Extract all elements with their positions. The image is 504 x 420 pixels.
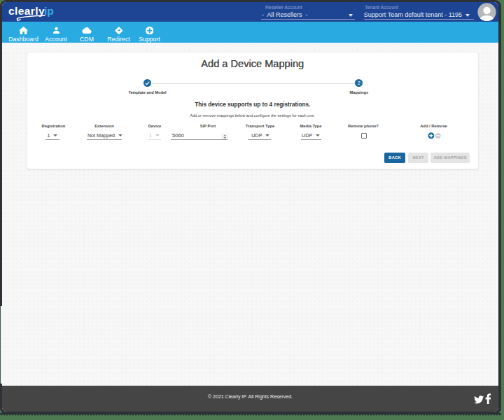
svg-text:clearly: clearly: [8, 5, 45, 17]
svg-text:ip: ip: [44, 5, 54, 17]
